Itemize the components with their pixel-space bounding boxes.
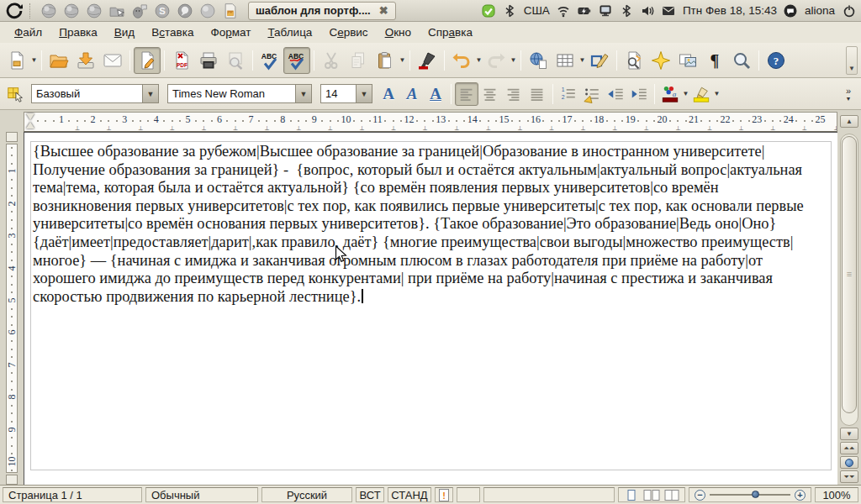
bullets-button[interactable] (580, 82, 604, 106)
user-chat-icon[interactable] (784, 3, 798, 18)
distributor-logo-icon[interactable] (5, 2, 24, 20)
edit-mode-button[interactable] (134, 47, 161, 74)
hyperlink-button[interactable] (525, 47, 552, 74)
browser-icon[interactable] (40, 2, 58, 20)
formatting-marks-button[interactable]: ¶ (701, 47, 728, 74)
print-button[interactable] (195, 47, 222, 74)
chevron-down-icon[interactable]: ▼ (295, 85, 311, 102)
highlighting-button[interactable] (689, 82, 713, 106)
italic-button[interactable]: А (400, 82, 424, 106)
styles-panel-button[interactable] (3, 82, 27, 106)
bluetooth-icon[interactable] (620, 3, 634, 18)
single-page-view-button[interactable] (623, 490, 640, 501)
document-page[interactable]: {Высшее образование за рубежом|Высшее об… (24, 132, 837, 485)
scroll-up-button[interactable]: ▲ (840, 115, 858, 128)
table-button[interactable] (552, 47, 578, 74)
auto-spellcheck-button[interactable]: ABC (283, 47, 310, 74)
username[interactable]: aliona (805, 4, 835, 17)
new-document-button[interactable] (3, 47, 30, 74)
zoom-slider[interactable]: − + (689, 487, 811, 502)
status-page-number[interactable]: Страница 1 / 1 (3, 487, 142, 502)
font-size-combobox[interactable]: 14▼ (320, 84, 372, 103)
menu-сервис[interactable]: Сервис (321, 24, 375, 41)
zoom-button[interactable] (728, 47, 755, 74)
previous-page-button[interactable]: ⏶⏶ (840, 442, 858, 454)
menu-вид[interactable]: Вид (107, 24, 142, 41)
close-icon[interactable]: ✖ (379, 4, 388, 17)
align-left-button[interactable] (455, 82, 478, 106)
browser-icon[interactable] (62, 2, 81, 20)
navigation-button[interactable] (840, 456, 858, 469)
formatting-overflow-button[interactable]: »▼ (839, 86, 858, 102)
browser-icon[interactable] (85, 2, 103, 20)
status-zoom-value[interactable]: 100% (815, 487, 858, 502)
chevron-down-icon[interactable]: ▼ (356, 85, 372, 102)
find-replace-button[interactable] (621, 47, 647, 74)
battery-charging-icon[interactable] (578, 3, 592, 18)
scrollbar-track[interactable] (840, 134, 858, 426)
align-center-button[interactable] (478, 82, 502, 106)
navigator-button[interactable] (647, 47, 674, 74)
font-name-combobox[interactable]: Times New Roman▼ (167, 84, 312, 103)
menu-таблица[interactable]: Таблица (260, 24, 320, 41)
menu-окно[interactable]: Окно (378, 24, 419, 41)
scrollbar-thumb[interactable] (842, 136, 857, 413)
status-insert-mode[interactable]: ВСТ (356, 487, 384, 502)
font-color-dropdown-arrow[interactable]: ▼ (682, 81, 689, 107)
power-icon[interactable] (842, 3, 856, 18)
zoom-out-icon[interactable]: − (695, 490, 705, 501)
status-document-modified[interactable]: ! (435, 487, 453, 502)
highlighting-dropdown-arrow[interactable]: ▼ (713, 81, 721, 107)
paste-dropdown-arrow[interactable]: ▼ (399, 48, 406, 73)
decrease-indent-button[interactable] (604, 82, 627, 106)
table-dropdown-arrow[interactable]: ▼ (578, 48, 586, 73)
new-document-dropdown-arrow[interactable]: ▼ (30, 48, 38, 73)
help-button[interactable]: ? (763, 47, 790, 74)
display-icon[interactable] (599, 3, 613, 18)
next-page-button[interactable]: ⏷⏷ (840, 470, 858, 483)
menu-формат[interactable]: Формат (203, 24, 258, 41)
status-page-style[interactable]: Обычный (145, 487, 258, 502)
keyboard-layout[interactable]: США (524, 4, 550, 17)
horizontal-ruler[interactable]: 1⊥2⊥3⊥4⊥5⊥6⊥7⊥8⊥9⊥10⊥11⊥12⊥13⊥14⊥15⊥16⊥1… (24, 112, 837, 132)
underline-button[interactable]: А (424, 82, 447, 106)
bluetooth-icon[interactable] (503, 3, 517, 18)
paragraph-style-combobox[interactable]: Базовый▼ (31, 84, 159, 103)
status-language[interactable]: Русский (261, 487, 352, 502)
undo-button[interactable] (448, 47, 475, 74)
menu-правка[interactable]: Правка (51, 24, 105, 41)
align-justify-button[interactable] (526, 82, 549, 106)
chat-app-icon[interactable] (176, 2, 194, 20)
book-view-button[interactable] (663, 490, 680, 501)
menu-справка[interactable]: Справка (420, 24, 480, 41)
menu-вставка[interactable]: Вставка (144, 24, 201, 41)
gallery-button[interactable] (674, 47, 701, 74)
indent-marker[interactable] (26, 113, 35, 129)
volume-icon[interactable] (641, 3, 655, 18)
chevron-down-icon[interactable]: ▼ (142, 85, 158, 102)
wifi-icon[interactable] (557, 3, 571, 18)
vertical-ruler[interactable]: 12345678910 (0, 132, 24, 485)
updates-ok-icon[interactable] (482, 3, 496, 18)
window-list-item[interactable]: шаблон для портф.... ✖ (248, 2, 396, 20)
draw-functions-button[interactable] (586, 47, 613, 74)
align-right-button[interactable] (502, 82, 526, 106)
circle-app-icon[interactable] (198, 2, 217, 20)
toolbar-overflow-button[interactable]: ▼ (846, 46, 858, 75)
zoom-slider-thumb[interactable] (752, 491, 759, 498)
mail-icon[interactable] (662, 3, 676, 18)
save-button[interactable] (72, 47, 99, 74)
status-selection-mode[interactable]: СТАНД (388, 487, 431, 502)
menu-файл[interactable]: Файл (7, 24, 50, 41)
font-color-button[interactable]: a (658, 82, 682, 106)
scroll-down-button[interactable]: ▼ (840, 428, 858, 440)
skype-icon[interactable]: S (153, 2, 172, 20)
export-pdf-button[interactable]: PDF (168, 47, 195, 74)
undo-dropdown-arrow[interactable]: ▼ (475, 48, 483, 73)
spellcheck-button[interactable]: ABC (256, 47, 283, 74)
messenger-mascot-icon[interactable] (130, 2, 149, 20)
image-document-icon[interactable] (221, 2, 240, 20)
zoom-in-icon[interactable]: + (795, 490, 806, 501)
clone-formatting-button[interactable] (414, 47, 441, 74)
numbering-button[interactable]: 12 (557, 82, 580, 106)
